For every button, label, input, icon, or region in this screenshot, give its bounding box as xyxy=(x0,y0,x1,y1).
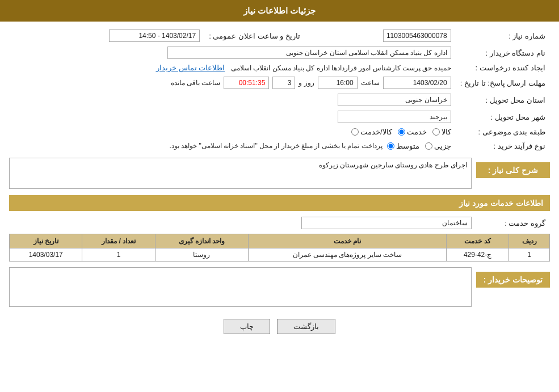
saat-input[interactable] xyxy=(318,77,358,89)
radio-kala-label: کالا xyxy=(442,128,451,136)
tarikh-input[interactable] xyxy=(383,77,451,89)
shomare-niaz-input[interactable] xyxy=(383,29,451,42)
cell-tedad: 1 xyxy=(82,248,155,262)
feraind-label: نوع فرآیند خرید : xyxy=(456,138,550,153)
mohlat-label: مهلت ارسال پاسخ: تا تاریخ : xyxy=(456,74,550,91)
cell-tarikh: 1403/03/17 xyxy=(10,248,82,262)
rooz-label: روز و xyxy=(299,79,314,87)
radio-motavaset-label: متوسط xyxy=(396,142,419,150)
col-vahed: واحد اندازه گیری xyxy=(155,234,248,248)
rooz-input[interactable] xyxy=(272,77,295,89)
cell-radif: 1 xyxy=(509,248,550,262)
group-khadamat-input[interactable] xyxy=(301,217,472,229)
toseef-textarea[interactable] xyxy=(9,267,472,307)
radio-kala-khadamat-input[interactable] xyxy=(351,128,359,136)
page-header: جزئیات اطلاعات نیاز xyxy=(0,0,559,22)
service-info-header: اطلاعات خدمات مورد نیاز xyxy=(9,195,550,211)
cell-vahed: روستا xyxy=(155,248,248,262)
ijad-konande-value: حمیده حق پرست کارشناس امور قراردادها ادا… xyxy=(231,64,451,72)
name-dasgah-input[interactable] xyxy=(167,47,451,59)
ostan-tahvil-label: استان محل تحویل : xyxy=(456,91,550,108)
col-tarikh: تاریخ نیاز xyxy=(10,234,82,248)
shahr-tahvil-input[interactable] xyxy=(338,111,451,123)
radio-kala[interactable]: کالا xyxy=(432,128,451,136)
radio-kala-khadamat[interactable]: کالا/خدمت xyxy=(351,128,392,136)
shahr-tahvil-label: شهر محل تحویل : xyxy=(456,108,550,125)
tabaqe-label: طبقه بندی موضوعی : xyxy=(456,125,550,138)
table-row: 1 ج-42-429 ساخت سایر پروژه‌های مهندسی عم… xyxy=(10,248,550,262)
radio-kala-input[interactable] xyxy=(432,128,440,136)
sharh-niaz-section-label: شرح کلی نیاز : xyxy=(476,162,550,178)
cell-name: ساخت سایر پروژه‌های مهندسی عمران xyxy=(249,248,447,262)
radio-khadamat-input[interactable] xyxy=(398,128,405,136)
radio-jozii-label: جزیی xyxy=(434,142,451,150)
name-dasgah-label: نام دستگاه خریدار : xyxy=(456,44,550,61)
col-tedad: تعداد / مقدار xyxy=(82,234,155,248)
cell-kod: ج-42-429 xyxy=(446,248,509,262)
ostan-tahvil-input[interactable] xyxy=(338,94,451,106)
radio-jozii-input[interactable] xyxy=(425,142,432,150)
sharh-niaz-textarea[interactable] xyxy=(9,158,472,189)
saat-label: ساعت xyxy=(361,79,380,87)
back-button[interactable]: بازگشت xyxy=(277,319,335,334)
radio-motavaset[interactable]: متوسط xyxy=(387,142,419,150)
print-button[interactable]: چاپ xyxy=(224,319,270,334)
remaining-label: ساعت باقی مانده xyxy=(171,79,221,87)
radio-jozii[interactable]: جزیی xyxy=(425,142,451,150)
ijad-konande-label: ایجاد کننده درخواست : xyxy=(456,61,550,74)
ijad-konande-link[interactable]: اطلاعات تماس خریدار xyxy=(156,64,225,72)
toseef-section-label: توصیحات خریدار : xyxy=(476,272,550,288)
radio-khadamat-label: خدمت xyxy=(407,128,427,136)
col-radif: ردیف xyxy=(509,234,550,248)
feraind-note: پرداخت تمام یا بخشی از مبلغ خریدار از مح… xyxy=(170,141,383,151)
col-name: نام خدمت xyxy=(249,234,447,248)
radio-kala-khadamat-label: کالا/خدمت xyxy=(360,128,392,136)
col-kod: کد خدمت xyxy=(446,234,509,248)
radio-motavaset-input[interactable] xyxy=(387,142,394,150)
shomare-niaz-label: شماره نیاز : xyxy=(456,27,550,44)
radio-khadamat[interactable]: خدمت xyxy=(398,128,427,136)
button-area: بازگشت چاپ xyxy=(9,312,550,341)
countdown-input[interactable] xyxy=(224,77,269,89)
tarikh-aalan-label: تاریخ و ساعت اعلان عمومی : xyxy=(204,27,305,44)
group-khadamat-label: گروه خدمت : xyxy=(476,214,550,231)
tarikh-aalan-input[interactable] xyxy=(109,29,200,42)
